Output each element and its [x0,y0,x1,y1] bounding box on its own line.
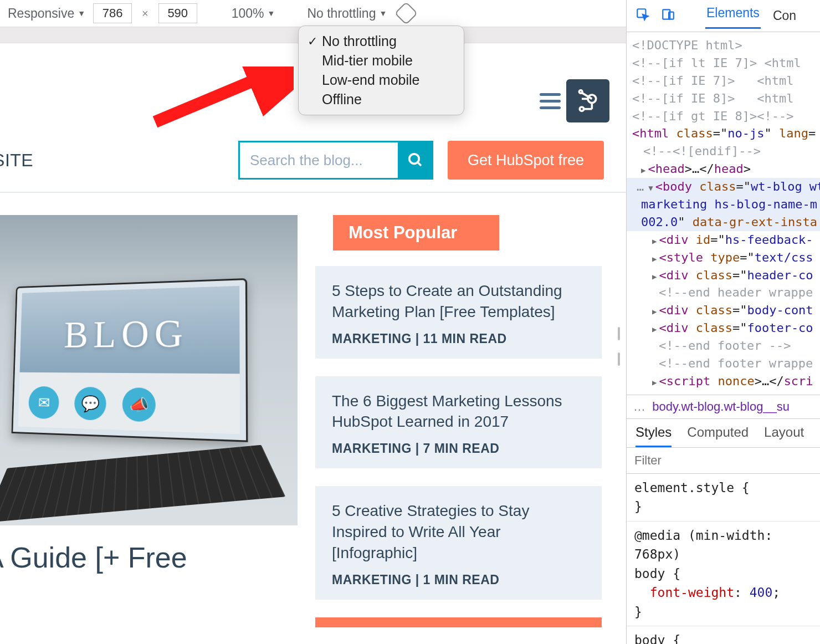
rotate-icon[interactable] [394,2,418,25]
svg-line-9 [418,162,421,166]
hero-image: BLOG ✉💬📣 [0,215,298,525]
width-input[interactable] [93,3,132,23]
card-meta: MARKETING | 11 MIN READ [332,331,585,346]
card-meta: MARKETING | 1 MIN READ [332,573,585,587]
chat-icon: 💬 [74,387,106,421]
throttling-option-offline[interactable]: Offline [299,90,464,109]
tab-styles[interactable]: Styles [636,425,672,447]
megaphone-icon: 📣 [122,387,156,422]
nav-bar: VICE WEBSITE Get HubSpot free [0,129,626,193]
hamburger-icon[interactable] [540,93,561,109]
card-title: 5 Steps to Create an Outstanding Marketi… [332,280,585,323]
breadcrumb[interactable]: … body.wt-blog.wt-blog__su [627,395,820,419]
styles-filter-input[interactable] [627,448,820,474]
css-rule[interactable]: body { font-size: 1.125rem; line-height:… [627,626,820,644]
tab-layout[interactable]: Layout [764,425,804,447]
tab-console[interactable]: Con [772,6,797,25]
inspect-icon[interactable] [636,7,650,25]
dropdown-triangle-icon: ▼ [379,9,387,18]
card-title: The 6 Biggest Marketing Lessons HubSpot … [332,391,585,433]
search [238,141,433,180]
logo[interactable] [566,79,609,122]
css-rule[interactable]: @media (min-width: 768px) body { font-we… [627,522,820,627]
devtools-header: Elements Con [627,0,820,32]
popular-card[interactable]: The 6 Biggest Marketing Lessons HubSpot … [315,376,602,469]
zoom-select[interactable]: 100%▼ [232,6,275,21]
devtools-panel: Elements Con <!DOCTYPE html> <!--[if lt … [626,0,820,644]
throttling-option-lowend[interactable]: Low-end mobile [299,70,464,90]
svg-point-6 [579,90,582,94]
mail-icon: ✉ [28,386,59,420]
resize-handle[interactable] [618,327,626,366]
card-title: 5 Creative Strategies to Stay Inspired t… [332,500,585,563]
tab-computed[interactable]: Computed [687,425,749,447]
tab-elements[interactable]: Elements [705,3,761,29]
search-input[interactable] [238,141,398,180]
cta-button[interactable]: Get HubSpot free [448,141,604,180]
card-meta: MARKETING | 7 MIN READ [332,441,585,456]
most-popular-heading: Most Popular [333,215,499,251]
svg-point-4 [580,107,583,111]
elements-tree[interactable]: <!DOCTYPE html> <!--[if lt IE 7]> <html … [627,32,820,395]
popular-card[interactable]: 5 Creative Strategies to Stay Inspired t… [315,486,602,599]
dropdown-triangle-icon: ▼ [268,9,275,18]
styles-tabs: Styles Computed Layout [627,419,820,448]
hero-image-text: BLOG [64,311,189,356]
section-divider [315,617,602,627]
throttling-option-none[interactable]: ✓No throttling [299,32,464,51]
throttling-select[interactable]: No throttling▼ [307,6,387,21]
search-icon [407,152,424,168]
css-rule[interactable]: element.style { } [627,474,820,522]
throttling-option-midtier[interactable]: Mid-tier mobile [299,51,464,70]
throttling-menu: ✓No throttling Mid-tier mobile Low-end m… [298,25,464,115]
device-toggle-icon[interactable] [661,7,675,25]
height-input[interactable] [158,3,197,23]
dimension-separator: × [140,7,151,20]
nav-link[interactable]: WEBSITE [0,150,33,171]
search-button[interactable] [398,141,433,180]
svg-point-8 [409,154,419,164]
dropdown-triangle-icon: ▼ [78,9,85,18]
check-icon: ✓ [308,34,322,49]
page-preview: VICE WEBSITE Get HubSpot free BLOG ✉💬📣 a… [0,73,626,627]
device-select[interactable]: Responsive▼ [8,6,85,21]
post-title: a Blog Post: A Guide [+ Free [0,525,298,576]
popular-card[interactable]: 5 Steps to Create an Outstanding Marketi… [315,266,602,359]
